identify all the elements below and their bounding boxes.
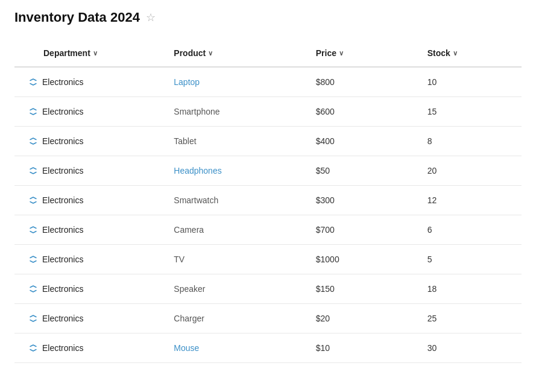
- expand-row-icon[interactable]: [29, 285, 39, 293]
- stock-value: 12: [427, 195, 437, 205]
- cell-department: Electronics: [14, 156, 166, 186]
- product-value: TV: [174, 254, 184, 264]
- price-value: $400: [316, 136, 335, 146]
- th-department[interactable]: Department ∨: [14, 42, 166, 67]
- stock-header-label: Stock: [427, 48, 450, 58]
- cell-stock: 10: [420, 67, 522, 97]
- cell-price: $300: [309, 186, 420, 215]
- th-stock[interactable]: Stock ∨: [420, 42, 522, 67]
- stock-value: 20: [427, 166, 437, 175]
- cell-stock: 30: [420, 334, 522, 363]
- cell-price: $400: [309, 127, 420, 156]
- expand-row-icon[interactable]: [29, 344, 39, 352]
- cell-product: TV: [166, 245, 308, 274]
- price-value: $600: [316, 107, 335, 116]
- price-value: $300: [316, 195, 335, 205]
- cell-price: $10: [309, 334, 420, 363]
- cell-product: Speaker: [166, 274, 308, 304]
- department-sort-icon: ∨: [93, 49, 98, 57]
- cell-product: Tablet: [166, 127, 308, 156]
- expand-row-icon[interactable]: [29, 166, 39, 175]
- table-body: Electronics Laptop$80010 Electronics Sma…: [14, 67, 522, 363]
- cell-price: $800: [309, 67, 420, 97]
- table-header: Department ∨ Product ∨ Price ∨ Stock: [14, 42, 522, 67]
- favorite-star-icon[interactable]: ☆: [146, 11, 156, 24]
- department-value: Electronics: [42, 225, 83, 235]
- stock-value: 5: [427, 254, 432, 264]
- stock-value: 30: [427, 343, 437, 353]
- stock-sort-icon: ∨: [453, 49, 458, 57]
- expand-row-icon[interactable]: [29, 196, 39, 204]
- cell-department: Electronics: [14, 245, 166, 274]
- table-row: Electronics TV$10005: [14, 245, 522, 274]
- department-value: Electronics: [42, 136, 83, 146]
- price-value: $50: [316, 166, 330, 175]
- department-value: Electronics: [42, 195, 83, 205]
- stock-value: 6: [427, 225, 432, 235]
- cell-price: $20: [309, 304, 420, 334]
- page-header: Inventory Data 2024 ☆: [14, 10, 522, 25]
- stock-value: 18: [427, 284, 437, 294]
- cell-stock: 18: [420, 274, 522, 304]
- product-value: Tablet: [174, 136, 196, 146]
- table-row: Electronics Camera$7006: [14, 215, 522, 245]
- table-row: Electronics Charger$2025: [14, 304, 522, 334]
- product-value: Speaker: [174, 284, 205, 294]
- cell-department: Electronics: [14, 67, 166, 97]
- cell-stock: 8: [420, 127, 522, 156]
- cell-price: $700: [309, 215, 420, 245]
- price-value: $150: [316, 284, 335, 294]
- th-product[interactable]: Product ∨: [166, 42, 308, 67]
- cell-stock: 6: [420, 215, 522, 245]
- stock-value: 10: [427, 77, 437, 87]
- product-value: Mouse: [174, 343, 199, 353]
- expand-row-icon[interactable]: [29, 226, 39, 234]
- table-row: Electronics Smartphone$60015: [14, 97, 522, 127]
- department-value: Electronics: [42, 107, 83, 116]
- cell-price: $1000: [309, 245, 420, 274]
- expand-row-icon[interactable]: [29, 314, 39, 323]
- expand-row-icon[interactable]: [29, 78, 39, 86]
- expand-row-icon[interactable]: [29, 137, 39, 145]
- cell-stock: 5: [420, 245, 522, 274]
- th-price[interactable]: Price ∨: [309, 42, 420, 67]
- stock-value: 8: [427, 136, 432, 146]
- price-value: $1000: [316, 254, 339, 264]
- table-row: Electronics Mouse$1030: [14, 334, 522, 363]
- cell-department: Electronics: [14, 186, 166, 215]
- cell-price: $50: [309, 156, 420, 186]
- product-value: Charger: [174, 314, 204, 323]
- department-value: Electronics: [42, 166, 83, 175]
- price-value: $10: [316, 343, 330, 353]
- cell-product: Headphones: [166, 156, 308, 186]
- product-value: Headphones: [174, 166, 221, 175]
- product-sort-icon: ∨: [208, 49, 213, 57]
- cell-stock: 20: [420, 156, 522, 186]
- department-value: Electronics: [42, 314, 83, 323]
- department-value: Electronics: [42, 284, 83, 294]
- product-value: Smartphone: [174, 107, 219, 116]
- cell-price: $150: [309, 274, 420, 304]
- price-value: $800: [316, 77, 335, 87]
- stock-value: 25: [427, 314, 437, 323]
- cell-stock: 12: [420, 186, 522, 215]
- table-row: Electronics Headphones$5020: [14, 156, 522, 186]
- table-row: Electronics Laptop$80010: [14, 67, 522, 97]
- department-header-label: Department: [43, 48, 90, 58]
- header-row: Department ∨ Product ∨ Price ∨ Stock: [14, 42, 522, 67]
- price-header-label: Price: [316, 48, 336, 58]
- department-value: Electronics: [42, 77, 83, 87]
- product-header-label: Product: [174, 48, 206, 58]
- table-row: Electronics Speaker$15018: [14, 274, 522, 304]
- price-value: $700: [316, 225, 335, 235]
- expand-row-icon[interactable]: [29, 255, 39, 264]
- cell-stock: 15: [420, 97, 522, 127]
- cell-stock: 25: [420, 304, 522, 334]
- expand-row-icon[interactable]: [29, 107, 39, 116]
- price-value: $20: [316, 314, 330, 323]
- cell-department: Electronics: [14, 97, 166, 127]
- cell-product: Smartwatch: [166, 186, 308, 215]
- inventory-table: Department ∨ Product ∨ Price ∨ Stock: [14, 42, 522, 363]
- table-row: Electronics Smartwatch$30012: [14, 186, 522, 215]
- cell-department: Electronics: [14, 304, 166, 334]
